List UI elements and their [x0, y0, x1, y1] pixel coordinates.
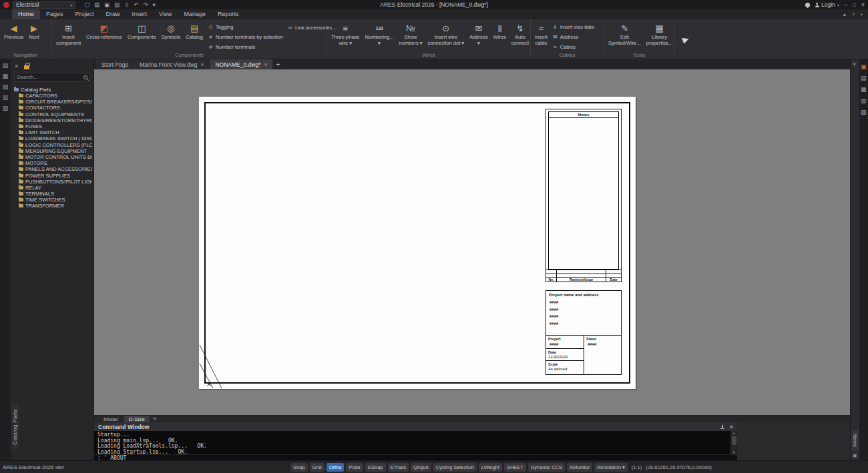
catalog-tree-item[interactable]: CAPACITORS — [14, 93, 92, 99]
dock-icon-1[interactable]: ▣ — [861, 64, 867, 70]
status-toggle[interactable]: Polar — [346, 463, 363, 472]
notifications-bell-icon[interactable] — [805, 3, 810, 7]
new-tab-button[interactable] — [273, 59, 282, 69]
previous-button[interactable]: ◀ Previous — [2, 21, 25, 51]
palette-toggle-icon-3[interactable]: ▧ — [3, 84, 9, 90]
close-icon[interactable] — [853, 61, 856, 67]
status-toggle[interactable]: ETrack — [388, 463, 409, 472]
close-panel-icon[interactable] — [15, 63, 18, 69]
undo-icon[interactable]: ↶ — [134, 2, 138, 8]
catalog-tree-item[interactable]: CONTACTORS — [14, 105, 92, 111]
insert-wire-connection-dot-button[interactable]: ⊙ Insert wire connection dot ▾ — [426, 21, 467, 51]
add-layout-button[interactable] — [151, 416, 159, 422]
close-tab-icon[interactable] — [264, 61, 267, 68]
menu-tab[interactable]: Project — [69, 9, 100, 19]
status-toggle[interactable]: Snap — [290, 463, 308, 472]
menu-tab[interactable]: Draw — [100, 9, 126, 19]
insert-vias-data-button[interactable]: ⇓ Insert vias data — [551, 23, 596, 32]
palette-toggle-icon-5[interactable]: ▨ — [3, 105, 9, 111]
pin-icon[interactable] — [720, 425, 724, 429]
maximize-window-icon[interactable] — [853, 2, 856, 8]
customize-quick-access-icon[interactable]: ▾ — [153, 2, 156, 8]
news-side-tab[interactable]: News — [851, 430, 859, 451]
catalog-tree-item[interactable]: LOGIC CONTROLLERS (PLC) — [14, 142, 92, 148]
catalog-tree-item[interactable]: MEASURING EQUIPMENT — [14, 148, 92, 154]
workspace-selector[interactable]: Electrical — [13, 1, 75, 9]
catalog-tree-item[interactable]: CIRCUIT BREAKERS/DPS'S/DR'S — [14, 99, 92, 105]
catalog-tree-item[interactable]: PUSHBUTTONS//PILOT LIGHT/S... — [14, 179, 92, 185]
export-icon[interactable]: ⇩ — [124, 2, 129, 8]
menu-tab[interactable]: Pages — [40, 9, 69, 19]
scroll-down-icon[interactable] — [730, 450, 737, 454]
pin-ribbon-icon[interactable] — [861, 11, 863, 17]
catalog-tree-item[interactable]: MOTORS — [14, 160, 92, 166]
dock-icon-4[interactable]: ▥ — [861, 98, 867, 104]
login-button[interactable]: Login — [815, 1, 839, 8]
tab-start-page[interactable]: Start Page — [96, 59, 134, 69]
dock-bottom-icon[interactable]: ▣ — [853, 453, 857, 458]
cable-address-button[interactable]: ✉ Address — [551, 33, 596, 42]
library-properties-button[interactable]: ▦ Library properties... — [644, 21, 675, 51]
cross-reference-button[interactable]: ◩ Cross-reference — [84, 21, 124, 51]
tab-noname-dwg[interactable]: NONAME_0.dwg* — [210, 59, 272, 69]
catalog-tree-item[interactable]: TERMINALS — [14, 191, 92, 197]
three-phase-wire-button[interactable]: ≡ Three-phase wire ▾ — [329, 21, 362, 51]
catalog-tree-item[interactable]: RELAY — [14, 185, 92, 191]
catalog-tree-item[interactable]: LIMIT SWITCH — [14, 129, 92, 135]
minimize-ribbon-icon[interactable] — [843, 11, 846, 17]
menu-tab[interactable]: Home — [12, 9, 40, 19]
catalog-button[interactable]: ▤ Catalog — [184, 21, 205, 51]
catalog-tree-item[interactable]: MOTOR CONTROL UNITS-DRIV... — [14, 154, 92, 160]
print-icon[interactable]: ▥ — [114, 2, 120, 8]
send-plane-icon[interactable]: ▶ — [681, 33, 690, 44]
next-button[interactable]: ▶ Next — [27, 21, 41, 51]
close-command-window-icon[interactable] — [730, 424, 733, 430]
command-input-line[interactable]: : '_ABOUT — [94, 454, 737, 460]
menu-tab[interactable]: Reports — [212, 9, 245, 19]
dock-icon-3[interactable]: ▦ — [861, 87, 867, 93]
close-tab-icon[interactable] — [200, 61, 204, 68]
status-toggle[interactable]: ESnap — [365, 463, 386, 472]
status-toggle[interactable]: Cycling Selection — [433, 463, 477, 472]
status-toggle[interactable]: Dynamic CCS — [528, 463, 565, 472]
scrollbar-thumb[interactable] — [732, 436, 736, 445]
catalog-tree-item[interactable]: CONTROL EQUIPMENTS — [14, 111, 92, 117]
number-terminals-button[interactable]: # Number terminals — [206, 42, 284, 51]
search-icon[interactable] — [83, 75, 87, 79]
open-file-icon[interactable]: ▤ — [94, 2, 99, 8]
tab-d-size[interactable]: D-Size — [124, 416, 150, 422]
dock-icon-2[interactable]: ▤ — [861, 75, 867, 81]
close-window-icon[interactable] — [861, 1, 865, 8]
status-toggle[interactable]: SHEET — [504, 463, 526, 472]
status-toggle[interactable]: LWeight — [479, 463, 502, 472]
wire-address-button[interactable]: ✉ Address ▾ — [467, 21, 490, 51]
save-icon[interactable]: ▣ — [104, 2, 110, 8]
wires-button[interactable]: ||| Wires — [491, 21, 508, 51]
catalog-parts-side-tab[interactable]: Catalog Parts — [11, 404, 19, 450]
tab-marina-front-view[interactable]: Marina Front View.dwg — [134, 59, 209, 69]
palette-toggle-icon-4[interactable]: ▥ — [3, 95, 9, 101]
menu-tab[interactable]: View — [153, 9, 178, 19]
catalog-tree-root[interactable]: Catalog Parts — [14, 86, 92, 93]
catalog-tree-item[interactable]: TIME SWITCHES — [14, 197, 92, 203]
auto-connect-button[interactable]: ↯ Auto connect — [509, 21, 531, 51]
minimize-window-icon[interactable] — [844, 2, 847, 8]
search-input[interactable] — [17, 74, 82, 80]
insert-component-button[interactable]: ⊞ Insert component — [54, 21, 83, 51]
show-numbers-button[interactable]: № Show numbers ▾ — [397, 21, 424, 51]
command-scrollbar[interactable] — [730, 431, 737, 454]
catalog-tree-item[interactable]: PANELS AND ACCESSORIES — [14, 166, 92, 172]
menu-tab[interactable]: Insert — [126, 9, 154, 19]
status-toggle[interactable]: Annotation ▾ — [594, 463, 628, 472]
tab-model[interactable]: Model — [99, 416, 123, 422]
palette-toggle-icon-1[interactable]: ▤ — [3, 63, 9, 69]
d ock-icon-5[interactable]: ▧ — [861, 109, 867, 115]
palette-toggle-icon-2[interactable]: ▦ — [3, 73, 9, 79]
help-icon[interactable] — [852, 11, 855, 17]
redo-icon[interactable]: ↷ — [143, 2, 148, 8]
catalog-tree-item[interactable]: FUSES — [14, 123, 92, 129]
drawing-canvas[interactable]: Notes No. Revision/Issue Date Project na… — [94, 69, 850, 415]
edit-symbol-wire-button[interactable]: ✎ Edit Symbol/Wire... — [606, 21, 643, 51]
scroll-up-icon[interactable] — [730, 431, 737, 435]
catalog-tree-item[interactable]: LOADBREAK SWITCH ( DISCON... — [14, 135, 92, 141]
